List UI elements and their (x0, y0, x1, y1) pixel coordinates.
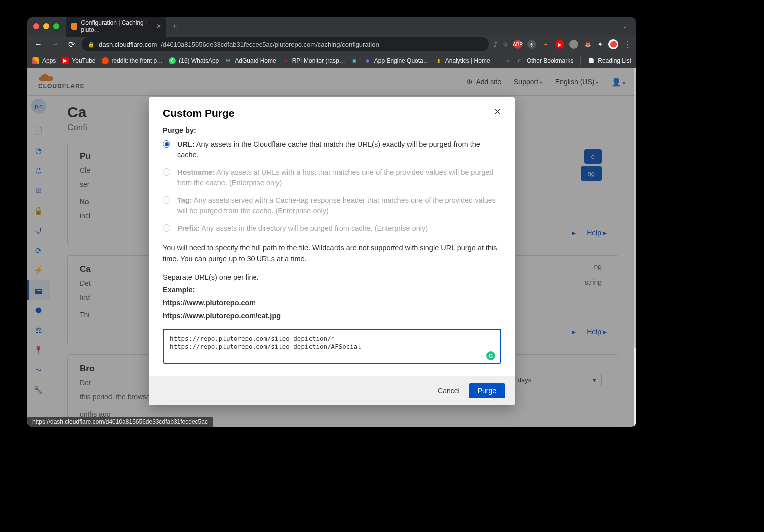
titlebar: Configuration | Caching | pluto… ✕ + ⌄ (27, 17, 636, 35)
browser-window: Configuration | Caching | pluto… ✕ + ⌄ ←… (27, 17, 636, 427)
apps-label: Apps (42, 57, 56, 64)
new-tab-button[interactable]: + (172, 21, 178, 32)
close-tab-button[interactable]: ✕ (156, 23, 161, 30)
bookmark-rpi[interactable]: ●RPi-Monitor (rasp… (282, 57, 345, 64)
extensions-button[interactable]: ✦ (597, 40, 603, 48)
tab-overflow-button[interactable]: ⌄ (622, 23, 627, 30)
adblock-icon[interactable]: ABP (513, 40, 522, 49)
grammarly-icon[interactable]: G (486, 351, 495, 360)
metamask-icon[interactable]: 🦊 (583, 40, 592, 49)
radio-tag: Tag: Any assets served with a Cache-tag … (163, 195, 501, 216)
close-modal-button[interactable]: ✕ (494, 107, 501, 116)
radio-label-text: Any assets served with a Cache-tag respo… (177, 196, 496, 215)
chrome-menu-button[interactable]: ⋮ (623, 40, 631, 49)
help-text: You will need to specify the full path t… (163, 243, 501, 265)
modal-title: Custom Purge (163, 107, 235, 119)
radio-icon (163, 140, 170, 148)
extension-grey-icon[interactable] (569, 40, 578, 49)
bookmark-analytics[interactable]: ▮Analytics | Home (435, 57, 490, 64)
reload-button[interactable]: ⟳ (66, 40, 77, 49)
bookmark-label: Other Bookmarks (527, 57, 573, 64)
radio-icon (163, 168, 170, 176)
radio-label-text: Any assets at URLs with a host that matc… (177, 168, 494, 187)
purge-url-textarea[interactable] (163, 329, 501, 364)
browser-toolbar: ← → ⟳ 🔒 dash.cloudflare.com/d4010a815656… (27, 35, 636, 53)
radio-icon (163, 196, 170, 204)
url-path: /d4010a815656de33cdfab31fecdec5ac/plutor… (161, 41, 379, 48)
radio-hostname: Hostname: Any assets at URLs with a host… (163, 167, 501, 188)
bookmark-label: reddit: the front p… (112, 57, 163, 64)
bookmark-blue[interactable]: ◉ (351, 57, 358, 64)
radio-icon (163, 224, 170, 232)
example-label: Example: (163, 286, 195, 294)
bookmark-adguard[interactable]: ⛨AdGuard Home (225, 57, 276, 64)
extension-orange-icon[interactable]: ✦ (541, 40, 550, 49)
bookmark-appengine[interactable]: ◆App Engine Quota… (364, 57, 429, 64)
radio-label-bold: URL: (177, 140, 195, 148)
bookmarks-overflow[interactable]: » (507, 57, 510, 64)
radio-label-text: Any assets in the Cloudflare cache that … (177, 140, 480, 159)
bookmark-label: Reading List (598, 57, 631, 64)
bookmark-label: App Engine Quota… (374, 57, 429, 64)
radio-label-bold: Tag: (177, 196, 192, 204)
custom-purge-modal: Custom Purge ✕ Purge by: URL: Any assets… (149, 97, 515, 405)
purge-button[interactable]: Purge (469, 383, 505, 398)
browser-tab-active[interactable]: Configuration | Caching | pluto… ✕ (66, 17, 166, 37)
purge-by-label: Purge by: (163, 126, 501, 134)
radio-prefix: Prefix: Any assets in the directory will… (163, 223, 501, 234)
bookmarks-bar: Apps ▶YouTube reddit: the front p… ✆(16)… (27, 53, 636, 68)
profile-avatar[interactable]: 🔴 (608, 39, 618, 49)
minimize-window-button[interactable] (43, 23, 49, 29)
bookmark-reddit[interactable]: reddit: the front p… (102, 57, 163, 64)
radio-label-bold: Hostname: (177, 168, 215, 176)
bookmark-whatsapp[interactable]: ✆(16) WhatsApp (169, 57, 219, 64)
example-url-2: https://www.plutorepo.com/cat.jpg (163, 312, 281, 320)
tab-strip: Configuration | Caching | pluto… ✕ + (66, 17, 178, 37)
forward-button[interactable]: → (49, 40, 61, 49)
cancel-button[interactable]: Cancel (438, 387, 460, 395)
link-status-bar: https://dash.cloudflare.com/d4010a815656… (27, 417, 213, 427)
reading-list-button[interactable]: 📄Reading List (588, 57, 631, 64)
radio-label-text: Any assets in the directory will be purg… (200, 224, 428, 232)
traffic-lights (33, 23, 59, 29)
bookmark-youtube[interactable]: ▶YouTube (62, 57, 95, 64)
star-icon[interactable]: ☆ (502, 40, 509, 48)
lock-icon: 🔒 (88, 41, 95, 48)
other-bookmarks-folder[interactable]: 🗀Other Bookmarks (517, 57, 573, 64)
cloudflare-favicon-icon (71, 23, 77, 30)
bookmark-label: Analytics | Home (445, 57, 490, 64)
fullscreen-window-button[interactable] (53, 23, 59, 29)
back-button[interactable]: ← (32, 40, 44, 49)
apps-button[interactable]: Apps (32, 57, 56, 64)
radio-label-bold: Prefix: (177, 224, 200, 232)
extension-shield-icon[interactable]: ⛨ (527, 40, 536, 49)
close-window-button[interactable] (33, 23, 39, 29)
bookmark-label: (16) WhatsApp (179, 57, 219, 64)
separator (580, 56, 581, 65)
bookmark-label: RPi-Monitor (rasp… (292, 57, 345, 64)
example-url-1: https://www.plutorepo.com (163, 299, 255, 307)
tab-title: Configuration | Caching | pluto… (81, 19, 152, 33)
bookmark-label: YouTube (72, 57, 95, 64)
share-icon[interactable]: ⤴︎ (494, 40, 497, 48)
radio-url[interactable]: URL: Any assets in the Cloudflare cache … (163, 139, 501, 160)
youtube-ext-icon[interactable]: ▶ (555, 40, 564, 49)
address-bar[interactable]: 🔒 dash.cloudflare.com/d4010a815656de33cd… (82, 37, 489, 51)
url-host: dash.cloudflare.com (99, 41, 157, 48)
modal-footer: Cancel Purge (149, 376, 515, 405)
toolbar-right-icons: ⤴︎ ☆ ABP ⛨ ✦ ▶ 🦊 ✦ 🔴 ⋮ (494, 39, 631, 49)
separate-text: Separate URL(s) one per line. (163, 272, 501, 283)
bookmark-label: AdGuard Home (235, 57, 276, 64)
